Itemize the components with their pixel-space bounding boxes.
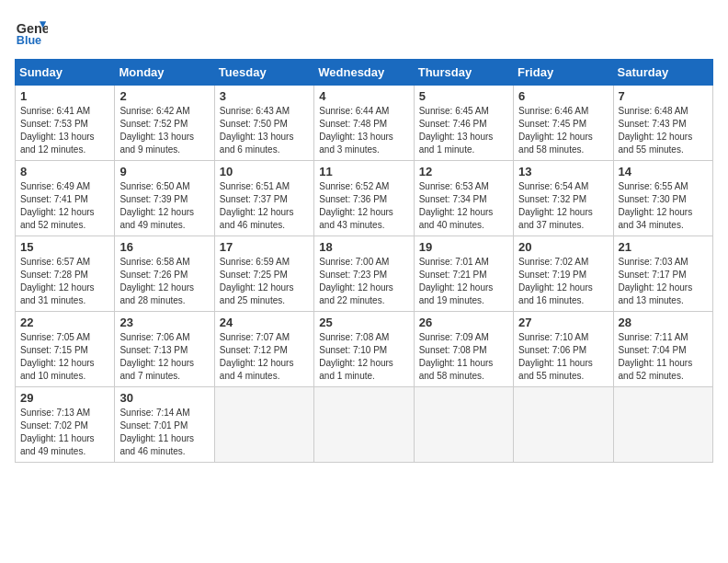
day-info: Sunrise: 6:49 AMSunset: 7:41 PMDaylight:…	[20, 180, 109, 232]
day-info: Sunrise: 6:57 AMSunset: 7:28 PMDaylight:…	[20, 256, 109, 307]
day-number: 30	[119, 391, 209, 405]
day-info: Sunrise: 7:10 AMSunset: 7:06 PMDaylight:…	[518, 331, 608, 383]
day-info: Sunrise: 6:45 AMSunset: 7:46 PMDaylight:…	[419, 105, 508, 156]
logo-icon: General Blue	[15, 15, 48, 48]
calendar-cell: 3Sunrise: 6:43 AMSunset: 7:50 PMDaylight…	[214, 86, 313, 161]
week-row-3: 15Sunrise: 6:57 AMSunset: 7:28 PMDayligh…	[16, 236, 713, 312]
day-info: Sunrise: 6:54 AMSunset: 7:32 PMDaylight:…	[518, 180, 608, 232]
day-number: 19	[419, 240, 508, 254]
col-header-wednesday: Wednesday	[314, 60, 414, 86]
calendar-cell: 1Sunrise: 6:41 AMSunset: 7:53 PMDaylight…	[16, 86, 115, 161]
day-number: 20	[518, 240, 608, 254]
day-info: Sunrise: 7:00 AMSunset: 7:23 PMDaylight:…	[319, 256, 408, 307]
week-row-5: 29Sunrise: 7:13 AMSunset: 7:02 PMDayligh…	[16, 387, 713, 463]
calendar-cell: 24Sunrise: 7:07 AMSunset: 7:12 PMDayligh…	[214, 312, 313, 387]
col-header-sunday: Sunday	[16, 60, 115, 86]
day-info: Sunrise: 6:53 AMSunset: 7:34 PMDaylight:…	[419, 180, 508, 232]
calendar-cell	[214, 387, 313, 463]
calendar-cell: 28Sunrise: 7:11 AMSunset: 7:04 PMDayligh…	[613, 312, 712, 387]
day-info: Sunrise: 6:48 AMSunset: 7:43 PMDaylight:…	[619, 105, 708, 156]
calendar-cell: 16Sunrise: 6:58 AMSunset: 7:26 PMDayligh…	[115, 236, 214, 312]
calendar-cell: 10Sunrise: 6:51 AMSunset: 7:37 PMDayligh…	[214, 161, 313, 236]
calendar-cell: 11Sunrise: 6:52 AMSunset: 7:36 PMDayligh…	[314, 161, 414, 236]
day-info: Sunrise: 7:01 AMSunset: 7:21 PMDaylight:…	[419, 256, 508, 307]
calendar-cell	[613, 387, 712, 463]
calendar-cell: 23Sunrise: 7:06 AMSunset: 7:13 PMDayligh…	[115, 312, 214, 387]
day-number: 24	[220, 316, 309, 329]
header-row: SundayMondayTuesdayWednesdayThursdayFrid…	[16, 60, 713, 86]
calendar-cell: 6Sunrise: 6:46 AMSunset: 7:45 PMDaylight…	[514, 86, 613, 161]
day-number: 10	[220, 165, 309, 178]
logo: General Blue	[15, 15, 48, 48]
day-info: Sunrise: 6:52 AMSunset: 7:36 PMDaylight:…	[319, 180, 408, 232]
calendar-table: SundayMondayTuesdayWednesdayThursdayFrid…	[15, 59, 713, 463]
day-number: 27	[518, 316, 608, 329]
day-info: Sunrise: 7:07 AMSunset: 7:12 PMDaylight:…	[220, 331, 309, 383]
day-info: Sunrise: 6:59 AMSunset: 7:25 PMDaylight:…	[220, 256, 309, 307]
calendar-cell: 12Sunrise: 6:53 AMSunset: 7:34 PMDayligh…	[414, 161, 513, 236]
day-info: Sunrise: 6:46 AMSunset: 7:45 PMDaylight:…	[518, 105, 608, 156]
col-header-saturday: Saturday	[613, 60, 712, 86]
calendar-cell	[414, 387, 513, 463]
page-header: General Blue	[15, 15, 713, 48]
calendar-cell: 27Sunrise: 7:10 AMSunset: 7:06 PMDayligh…	[514, 312, 613, 387]
calendar-cell: 8Sunrise: 6:49 AMSunset: 7:41 PMDaylight…	[16, 161, 115, 236]
day-info: Sunrise: 7:06 AMSunset: 7:13 PMDaylight:…	[119, 331, 209, 383]
day-info: Sunrise: 7:13 AMSunset: 7:02 PMDaylight:…	[20, 407, 109, 458]
calendar-cell: 5Sunrise: 6:45 AMSunset: 7:46 PMDaylight…	[414, 86, 513, 161]
week-row-2: 8Sunrise: 6:49 AMSunset: 7:41 PMDaylight…	[16, 161, 713, 236]
day-number: 13	[518, 165, 608, 178]
calendar-cell: 17Sunrise: 6:59 AMSunset: 7:25 PMDayligh…	[214, 236, 313, 312]
calendar-cell: 29Sunrise: 7:13 AMSunset: 7:02 PMDayligh…	[16, 387, 115, 463]
calendar-cell: 22Sunrise: 7:05 AMSunset: 7:15 PMDayligh…	[16, 312, 115, 387]
day-number: 22	[20, 316, 109, 329]
day-info: Sunrise: 7:14 AMSunset: 7:01 PMDaylight:…	[119, 407, 209, 458]
day-number: 28	[619, 316, 708, 329]
calendar-cell: 26Sunrise: 7:09 AMSunset: 7:08 PMDayligh…	[414, 312, 513, 387]
col-header-friday: Friday	[514, 60, 613, 86]
col-header-thursday: Thursday	[414, 60, 513, 86]
col-header-tuesday: Tuesday	[214, 60, 313, 86]
day-info: Sunrise: 6:58 AMSunset: 7:26 PMDaylight:…	[119, 256, 209, 307]
day-number: 29	[20, 391, 109, 405]
svg-text:Blue: Blue	[17, 34, 41, 47]
day-number: 6	[518, 89, 608, 103]
day-number: 9	[119, 165, 209, 178]
calendar-cell: 7Sunrise: 6:48 AMSunset: 7:43 PMDaylight…	[613, 86, 712, 161]
day-info: Sunrise: 6:51 AMSunset: 7:37 PMDaylight:…	[220, 180, 309, 232]
day-number: 2	[119, 89, 209, 103]
calendar-cell	[314, 387, 414, 463]
day-number: 7	[619, 89, 708, 103]
day-info: Sunrise: 7:08 AMSunset: 7:10 PMDaylight:…	[319, 331, 408, 383]
day-number: 4	[319, 89, 408, 103]
day-number: 11	[319, 165, 408, 178]
day-info: Sunrise: 7:11 AMSunset: 7:04 PMDaylight:…	[619, 331, 708, 383]
calendar-cell: 18Sunrise: 7:00 AMSunset: 7:23 PMDayligh…	[314, 236, 414, 312]
day-number: 26	[419, 316, 508, 329]
day-number: 3	[220, 89, 309, 103]
day-number: 16	[119, 240, 209, 254]
calendar-cell: 13Sunrise: 6:54 AMSunset: 7:32 PMDayligh…	[514, 161, 613, 236]
col-header-monday: Monday	[115, 60, 214, 86]
week-row-1: 1Sunrise: 6:41 AMSunset: 7:53 PMDaylight…	[16, 86, 713, 161]
day-number: 25	[319, 316, 408, 329]
day-number: 17	[220, 240, 309, 254]
day-info: Sunrise: 7:09 AMSunset: 7:08 PMDaylight:…	[419, 331, 508, 383]
calendar-cell: 25Sunrise: 7:08 AMSunset: 7:10 PMDayligh…	[314, 312, 414, 387]
day-number: 5	[419, 89, 508, 103]
calendar-cell: 4Sunrise: 6:44 AMSunset: 7:48 PMDaylight…	[314, 86, 414, 161]
day-info: Sunrise: 6:55 AMSunset: 7:30 PMDaylight:…	[619, 180, 708, 232]
day-info: Sunrise: 7:02 AMSunset: 7:19 PMDaylight:…	[518, 256, 608, 307]
day-number: 21	[619, 240, 708, 254]
day-info: Sunrise: 6:50 AMSunset: 7:39 PMDaylight:…	[119, 180, 209, 232]
day-info: Sunrise: 6:41 AMSunset: 7:53 PMDaylight:…	[20, 105, 109, 156]
day-info: Sunrise: 6:43 AMSunset: 7:50 PMDaylight:…	[220, 105, 309, 156]
calendar-cell: 20Sunrise: 7:02 AMSunset: 7:19 PMDayligh…	[514, 236, 613, 312]
day-info: Sunrise: 7:05 AMSunset: 7:15 PMDaylight:…	[20, 331, 109, 383]
day-number: 15	[20, 240, 109, 254]
day-info: Sunrise: 6:42 AMSunset: 7:52 PMDaylight:…	[119, 105, 209, 156]
calendar-cell: 21Sunrise: 7:03 AMSunset: 7:17 PMDayligh…	[613, 236, 712, 312]
calendar-cell: 19Sunrise: 7:01 AMSunset: 7:21 PMDayligh…	[414, 236, 513, 312]
calendar-cell: 14Sunrise: 6:55 AMSunset: 7:30 PMDayligh…	[613, 161, 712, 236]
day-number: 18	[319, 240, 408, 254]
